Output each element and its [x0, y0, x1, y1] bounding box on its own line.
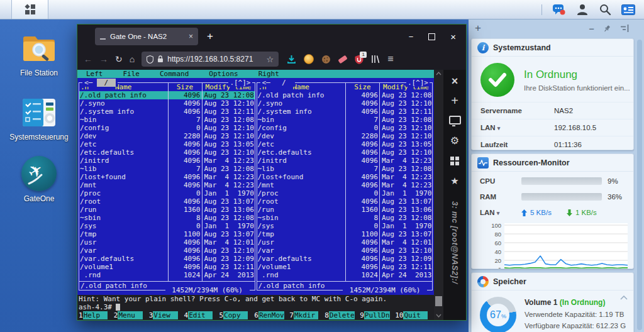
add-widget-icon[interactable]: +	[475, 22, 481, 35]
file-row[interactable]: /.old patch info4096Aug 23 12:08	[257, 91, 433, 99]
adblock-shield-icon[interactable]: 1	[355, 55, 364, 64]
file-row[interactable]: /initrd4096Mar 4 12:23	[79, 157, 255, 165]
menu-icon[interactable]: ≡	[387, 53, 393, 65]
file-row[interactable]: /tmp1100Aug 23 13:07	[257, 230, 433, 238]
file-row[interactable]: /lost+found4096Mar 4 12:23	[257, 173, 433, 181]
close-terminal-icon[interactable]: ×	[452, 76, 458, 86]
file-row[interactable]: /etc.defaults4096Aug 23 12:10	[257, 148, 433, 157]
file-row[interactable]: /var.defaults4096Aug 23 12:09	[257, 255, 433, 263]
search-button[interactable]	[599, 3, 611, 16]
fkey-delete[interactable]: 8Delete	[325, 311, 360, 319]
file-row[interactable]: /volume14096Aug 23 12:11	[79, 263, 255, 271]
file-row[interactable]: /dev2280Aug 23 12:10	[257, 132, 433, 140]
minimize-button[interactable]: −	[409, 32, 414, 42]
notifications-button[interactable]	[552, 3, 566, 16]
forward-icon[interactable]: →	[99, 54, 108, 64]
desktop-icon-gateone[interactable]: ✈ GateOne	[6, 156, 72, 203]
file-row[interactable]: /sys0Jan 1 1970	[257, 222, 433, 230]
widget-panel-scrollbar[interactable]	[637, 40, 642, 330]
applications-grid-icon[interactable]	[450, 156, 459, 166]
file-row[interactable]: /config0Aug 23 12:10	[257, 124, 433, 132]
back-icon[interactable]: ←	[84, 54, 92, 64]
show-desktop-strip[interactable]	[0, 0, 12, 19]
file-row[interactable]: /mnt4096Mar 4 12:23	[79, 181, 255, 189]
file-row[interactable]: ~lib7Aug 23 12:08	[79, 165, 255, 173]
shell-prompt[interactable]: ash-4.3#	[77, 303, 434, 311]
file-row[interactable]: /dev2280Aug 23 12:10	[79, 132, 255, 140]
panel-marker[interactable]: .[^]>	[406, 79, 430, 87]
file-row[interactable]: /.system info4096Aug 23 12:11	[79, 108, 255, 116]
file-row[interactable]: ~bin7Aug 23 12:08	[79, 116, 255, 124]
terminal-monitor-icon[interactable]	[449, 115, 461, 125]
file-row[interactable]: .rnd1024Apr 24 2013	[79, 271, 255, 279]
desktop-icon-file-station[interactable]: File Station	[6, 31, 72, 77]
file-row[interactable]: /etc4096Aug 23 13:05	[79, 140, 255, 148]
fkey-quit[interactable]: 10Quit	[395, 311, 434, 319]
chevron-down-icon[interactable]: ▾	[497, 210, 500, 216]
chevron-down-icon[interactable]: ▾	[497, 125, 501, 131]
widget-header[interactable]: i Systemzustand	[472, 39, 633, 57]
file-row[interactable]: /initrd4096Mar 4 12:23	[257, 157, 433, 165]
mc-menu-file[interactable]: File	[123, 70, 140, 78]
file-row[interactable]: /.syno4096Aug 23 12:10	[79, 99, 255, 108]
browser-titlebar[interactable]: Gate One - NAS2 × + − ×	[77, 25, 466, 48]
file-row[interactable]: ~sbin8Aug 23 12:08	[79, 214, 255, 222]
terminal[interactable]: LeftFileCommandOptionsRight <─ / .[^]> .…	[77, 70, 434, 320]
scroll-down-icon[interactable]	[436, 314, 441, 318]
fkey-renmov[interactable]: 6RenMov	[254, 311, 289, 319]
file-row[interactable]: /tmp1100Aug 23 13:07	[79, 230, 255, 238]
file-row[interactable]: ~bin7Aug 23 12:08	[257, 116, 433, 124]
home-icon[interactable]: ⌂	[130, 54, 135, 64]
file-row[interactable]: /proc0Jan 1 1970	[257, 189, 433, 197]
fkey-view[interactable]: 3View	[149, 311, 184, 319]
scrollbar-thumb[interactable]	[435, 296, 442, 306]
app-launcher-button[interactable]	[12, 0, 48, 19]
user-menu-button[interactable]	[576, 3, 589, 16]
file-row[interactable]: /etc4096Aug 23 13:05	[257, 140, 433, 148]
new-terminal-icon[interactable]: +	[451, 96, 458, 106]
file-row[interactable]: /.system info4096Aug 23 12:11	[257, 108, 433, 116]
file-row[interactable]: /run1360Aug 23 13:06	[79, 206, 255, 214]
file-row[interactable]: /var4096Aug 23 12:10	[79, 246, 255, 255]
file-row[interactable]: /root4096Aug 23 13:07	[257, 197, 433, 206]
collapse-chevron-icon[interactable]	[620, 296, 628, 300]
fkey-edit[interactable]: 4Edit	[184, 311, 219, 319]
session-label[interactable]: 3: mc [root@NAS2]:/	[450, 201, 459, 284]
maximize-button[interactable]	[428, 33, 435, 40]
file-row[interactable]: /var.defaults4096Aug 23 12:09	[79, 255, 255, 263]
file-row[interactable]: /var4096Aug 23 12:10	[257, 246, 433, 255]
fkey-copy[interactable]: 5Copy	[219, 311, 254, 319]
file-row[interactable]: ~sbin8Aug 23 12:08	[257, 214, 433, 222]
scroll-up-icon[interactable]	[436, 72, 441, 75]
bookmark-star-icon[interactable]: ☆	[267, 55, 274, 64]
terminal-scrollbar[interactable]	[434, 70, 443, 320]
file-row[interactable]: /config0Aug 23 12:10	[79, 124, 255, 132]
file-row[interactable]: /run1360Aug 23 13:06	[257, 206, 433, 214]
browser-tab[interactable]: Gate One - NAS2 ×	[95, 28, 198, 45]
url-bar[interactable]: https://192.168.10.5:8271 ☆	[142, 52, 279, 67]
fkey-help[interactable]: 1Help	[79, 311, 114, 319]
fkey-mkdir[interactable]: 7Mkdir	[289, 311, 325, 319]
lock-icon[interactable]	[157, 55, 164, 63]
tab-close-icon[interactable]: ×	[189, 32, 193, 41]
fkey-menu[interactable]: 2Menu	[114, 311, 149, 319]
file-row[interactable]: /etc.defaults4096Aug 23 12:10	[79, 148, 255, 157]
panel-path[interactable]: <─ /	[82, 79, 118, 87]
file-row[interactable]: /.old patch info4096Aug 23 12:08	[79, 91, 255, 99]
file-row[interactable]: /mnt4096Mar 4 12:23	[257, 181, 433, 189]
duck-extension-icon[interactable]	[304, 54, 314, 64]
widget-header[interactable]: Ressourcen-Monitor	[472, 154, 633, 172]
settings-gear-icon[interactable]: ⚙	[450, 135, 459, 147]
file-row[interactable]: /usr4096Mar 4 12:01	[79, 238, 255, 246]
mc-menu-right[interactable]: Right	[258, 70, 279, 78]
desktop-icon-systemsteuerung[interactable]: Systemsteuerung	[6, 98, 72, 141]
new-tab-button[interactable]: +	[207, 30, 213, 43]
cookie-extension-icon[interactable]	[321, 55, 331, 64]
file-row[interactable]: /.syno4096Aug 23 12:10	[257, 99, 433, 108]
bookmarks-star-icon[interactable]: ★	[450, 175, 458, 187]
lan-label[interactable]: LAN▾	[480, 209, 521, 216]
file-row[interactable]: /usr4096Mar 4 12:01	[257, 238, 433, 246]
lan-label[interactable]: LAN▾	[480, 124, 554, 131]
file-row[interactable]: /lost+found4096Mar 4 12:23	[79, 173, 255, 181]
download-helper-icon[interactable]	[287, 55, 296, 64]
